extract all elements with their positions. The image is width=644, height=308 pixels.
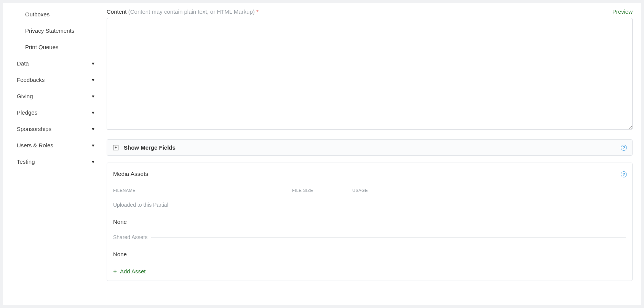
sidebar-item-label: Users & Roles xyxy=(17,142,53,148)
chevron-down-icon: ▼ xyxy=(91,78,95,82)
chevron-down-icon: ▼ xyxy=(91,143,95,148)
chevron-down-icon: ▼ xyxy=(91,94,95,99)
add-asset-button[interactable]: + Add Asset xyxy=(113,268,145,274)
plus-icon: + xyxy=(113,268,117,274)
chevron-down-icon: ▼ xyxy=(91,127,95,131)
column-filesize: FILE SIZE xyxy=(292,188,352,193)
uploaded-section-label: Uploaded to this Partial xyxy=(113,202,172,208)
help-icon[interactable]: ? xyxy=(621,145,627,151)
sidebar-subitem-print-queues[interactable]: Print Queues xyxy=(3,39,102,55)
uploaded-section-divider: Uploaded to this Partial xyxy=(113,202,626,208)
sidebar-subitem-privacy-statements[interactable]: Privacy Statements xyxy=(3,22,102,39)
uploaded-none-text: None xyxy=(113,219,626,225)
sidebar-item-users-roles[interactable]: Users & Roles ▼ xyxy=(3,137,102,153)
content-field-label: Content (Content may contain plain text,… xyxy=(107,8,259,15)
media-assets-panel: Media Assets ? FILENAME FILE SIZE USAGE … xyxy=(107,163,633,281)
sidebar-item-feedbacks[interactable]: Feedbacks ▼ xyxy=(3,72,102,88)
sidebar-item-data[interactable]: Data ▼ xyxy=(3,55,102,72)
sidebar-item-label: Testing xyxy=(17,158,35,165)
add-asset-label: Add Asset xyxy=(120,268,146,274)
sidebar-subitem-outboxes[interactable]: Outboxes xyxy=(3,6,102,22)
sidebar-item-label: Sponsorships xyxy=(17,126,51,132)
chevron-down-icon: ▼ xyxy=(91,110,95,115)
column-usage: USAGE xyxy=(352,188,626,193)
media-table-header: FILENAME FILE SIZE USAGE xyxy=(113,188,626,193)
main-content: Content (Content may contain plain text,… xyxy=(102,3,641,305)
required-indicator: * xyxy=(256,8,259,15)
shared-section-divider: Shared Assets xyxy=(113,234,626,240)
chevron-down-icon: ▼ xyxy=(91,160,95,164)
preview-link[interactable]: Preview xyxy=(612,8,633,15)
sidebar-item-label: Data xyxy=(17,60,29,67)
expand-plus-icon: + xyxy=(113,145,118,150)
show-merge-fields-toggle[interactable]: + Show Merge Fields ? xyxy=(107,139,633,156)
chevron-down-icon: ▼ xyxy=(91,61,95,66)
content-textarea[interactable] xyxy=(107,18,633,130)
sidebar-item-testing[interactable]: Testing ▼ xyxy=(3,153,102,170)
sidebar-item-pledges[interactable]: Pledges ▼ xyxy=(3,104,102,121)
media-assets-title: Media Assets xyxy=(113,171,626,177)
content-label-text: Content xyxy=(107,8,127,15)
merge-fields-title: Show Merge Fields xyxy=(124,144,176,151)
column-filename: FILENAME xyxy=(113,188,292,193)
help-icon[interactable]: ? xyxy=(621,171,627,177)
sidebar-item-sponsorships[interactable]: Sponsorships ▼ xyxy=(3,121,102,137)
shared-none-text: None xyxy=(113,251,626,257)
sidebar: Outboxes Privacy Statements Print Queues… xyxy=(3,3,102,305)
content-label-hint: (Content may contain plain text, or HTML… xyxy=(128,8,255,15)
shared-section-label: Shared Assets xyxy=(113,234,151,240)
content-header: Content (Content may contain plain text,… xyxy=(107,8,633,15)
sidebar-item-label: Giving xyxy=(17,93,33,99)
sidebar-item-label: Feedbacks xyxy=(17,77,45,83)
sidebar-item-giving[interactable]: Giving ▼ xyxy=(3,88,102,104)
sidebar-item-label: Pledges xyxy=(17,109,37,116)
